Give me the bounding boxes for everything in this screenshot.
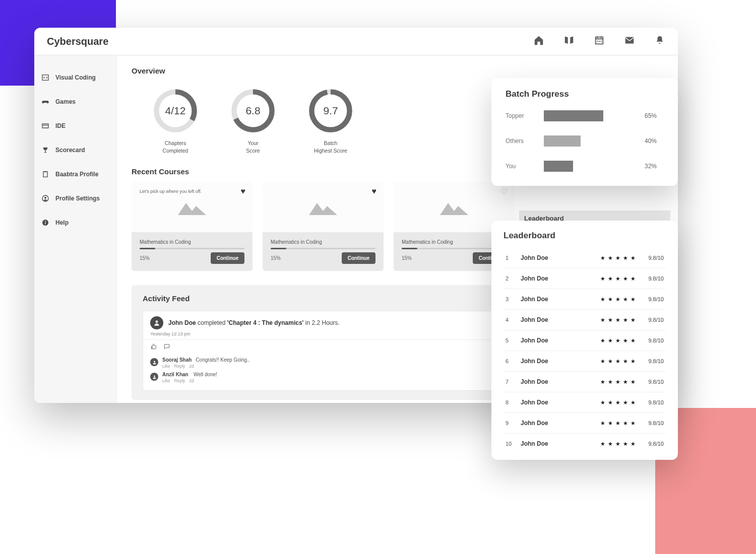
sidebar-item-games[interactable]: Games [34,90,117,114]
progress-bar [140,248,244,249]
sidebar-item-ide[interactable]: IDE [34,114,117,138]
leaderboard-row[interactable]: 7 John Doe ★★★★★ 9.8/10 [503,372,666,392]
metric-value: 6.8 [229,87,277,134]
rank: 10 [506,441,521,447]
player-name: John Doe [521,254,600,261]
batch-row: Topper 65% [506,110,664,121]
comment-age: 2d [189,364,194,369]
overview-title: Overview [132,66,664,75]
progress-ring: 6.8 [229,87,277,134]
gamepad-icon [41,98,49,106]
sidebar-label: Help [55,219,69,226]
thumbs-up-icon[interactable] [150,343,157,350]
batch-bar [544,135,636,147]
topbar: Cybersquare [34,28,678,55]
like-link[interactable]: Like [162,364,170,369]
comment-icon[interactable] [163,343,170,350]
svg-point-1 [599,41,600,42]
home-icon[interactable] [533,35,544,48]
leaderboard-row[interactable]: 5 John Doe ★★★★★ 9.8/10 [503,330,666,351]
progress-ring: 4/12 [152,87,199,134]
sidebar-item-help[interactable]: Help [34,211,117,235]
sidebar: Visual Coding Games IDE Scorecard Baabtr… [34,55,117,403]
leaderboard-row[interactable]: 6 John Doe ★★★★★ 9.8/10 [503,351,666,372]
like-link[interactable]: Like [162,378,170,383]
continue-button[interactable]: Continue [211,252,244,264]
course-card[interactable]: Let's pick up where you left off. ♥ Math… [132,182,253,271]
rank: 7 [506,379,521,385]
leaderboard-row[interactable]: 4 John Doe ★★★★★ 9.8/10 [503,310,666,330]
score: 9.8/10 [648,296,664,302]
score: 9.8/10 [648,420,664,426]
metric: 4/12 ChaptersCompleted [152,87,199,154]
comment-body: Sooraj ShahCongrats!! Keep Going.. LikeR… [162,357,250,369]
course-title: Mathematics in Coding [271,239,375,245]
heart-icon[interactable]: ♡ [500,187,508,196]
score: 9.8/10 [648,441,664,447]
sidebar-item-visual-coding[interactable]: Visual Coding [34,65,117,90]
reply-link[interactable]: Reply [174,378,185,383]
score: 9.8/10 [648,379,664,385]
progress-ring: 9.7 [307,87,354,134]
rank: 4 [506,317,521,323]
course-card[interactable]: ♥ Mathematics in Coding 15% Continue [263,182,384,271]
svg-point-4 [44,197,46,199]
heart-icon[interactable]: ♥ [241,187,246,196]
leaderboard-row[interactable]: 8 John Doe ★★★★★ 9.8/10 [503,392,666,413]
clipboard-icon [41,170,49,178]
calendar-icon[interactable] [594,35,605,48]
score: 9.8/10 [648,317,664,323]
leaderboard-row[interactable]: 1 John Doe ★★★★★ 9.8/10 [503,248,666,268]
feed-item-name: 'Chapter 4 : The dynamics' [227,319,304,326]
rank: 6 [506,358,521,364]
percent-label: 15% [402,255,412,261]
recent-title: Recent Courses [132,167,189,176]
sidebar-item-baabtra-profile[interactable]: Baabtra Profile [34,162,117,186]
course-title: Mathematics in Coding [140,239,244,245]
comment-body: Anzil KhanWell done! LikeReply2d [162,372,217,383]
code-block-icon [41,74,49,82]
metric-caption: ChaptersCompleted [163,140,188,154]
metric: 9.7 BatchHighest Score [307,87,354,154]
score: 9.8/10 [648,275,664,282]
leaderboard-row[interactable]: 9 John Doe ★★★★★ 9.8/10 [503,413,666,434]
heart-icon[interactable]: ♥ [372,187,377,196]
stars-icon: ★★★★★ [600,275,638,282]
batch-title: Batch Progress [506,89,664,99]
rank: 5 [506,337,521,343]
sidebar-label: Scorecard [55,147,85,154]
comment-author: Sooraj Shah [162,357,192,363]
course-info: Mathematics in Coding 15% Continue [132,232,253,271]
progress-bar [271,248,375,249]
score: 9.8/10 [648,399,664,405]
leaderboard-title: Leaderboard [503,231,666,241]
info-icon [41,219,49,227]
book-icon[interactable] [563,35,575,48]
batch-label: Others [506,137,544,145]
svg-point-15 [154,361,155,362]
sidebar-item-profile-settings[interactable]: Profile Settings [34,186,117,211]
reply-link[interactable]: Reply [174,364,185,369]
svg-point-2 [600,41,601,42]
bell-icon[interactable] [654,35,665,48]
continue-button[interactable]: Continue [342,252,375,264]
sidebar-label: Visual Coding [55,74,96,81]
rank: 9 [506,420,521,426]
comment-text: Congrats!! Keep Going.. [196,357,249,363]
leaderboard-row[interactable]: 2 John Doe ★★★★★ 9.8/10 [503,268,666,289]
leaderboard-row[interactable]: 3 John Doe ★★★★★ 9.8/10 [503,289,666,310]
batch-row: You 32% [506,161,664,172]
brand-title: Cybersquare [47,36,108,47]
mail-icon[interactable] [624,35,635,48]
percent-label: 15% [271,255,281,261]
sidebar-item-scorecard[interactable]: Scorecard [34,138,117,162]
player-name: John Doe [521,378,600,385]
batch-bar [544,110,636,121]
stars-icon: ★★★★★ [600,441,638,447]
course-title: Mathematics in Coding [402,239,507,245]
leaderboard-row[interactable]: 10 John Doe ★★★★★ 9.8/10 [503,434,666,454]
image-placeholder-icon [177,198,207,216]
stars-icon: ★★★★★ [600,420,638,427]
player-name: John Doe [521,440,600,447]
player-name: John Doe [521,337,600,344]
